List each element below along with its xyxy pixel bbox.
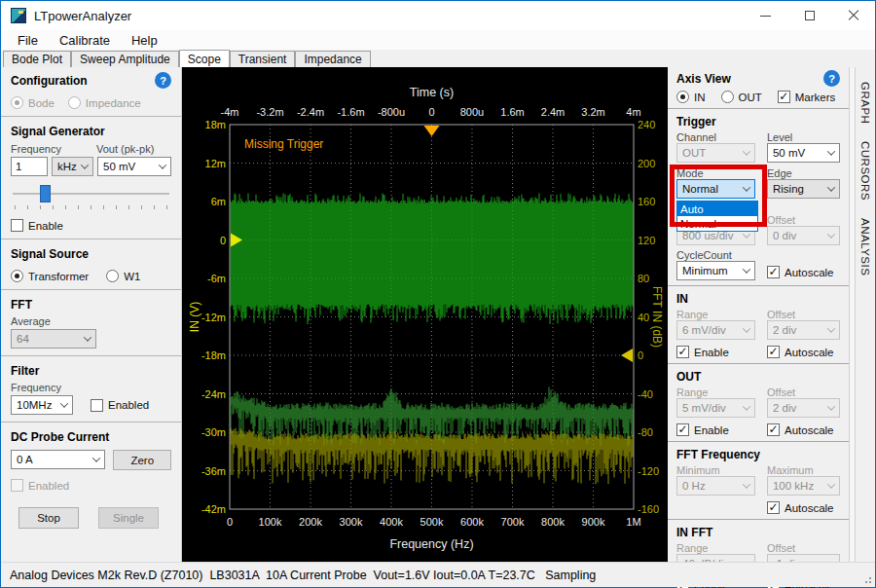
out-offset-dropdown: 2 div [767, 398, 840, 418]
trigger-edge-dropdown[interactable]: Rising [767, 179, 840, 199]
svg-text:900k: 900k [582, 516, 605, 528]
signal-generator-section: Signal Generator Frequency Vout (pk-pk) … [1, 117, 181, 239]
minimize-icon [760, 16, 771, 17]
slider-thumb[interactable] [40, 185, 51, 202]
svg-text:40: 40 [638, 312, 649, 323]
vout-dropdown[interactable]: 50 mV [97, 157, 171, 176]
side-tab-graph[interactable]: GRAPH [859, 73, 871, 132]
filter-title: Filter [11, 364, 39, 378]
in-enable-label: Enable [694, 347, 729, 358]
filter-section: Filter Frequency 10MHz Enabled [1, 356, 181, 423]
out-enable-checkbox[interactable] [676, 423, 689, 436]
svg-text:160: 160 [638, 196, 655, 207]
trigger-channel-dropdown: OUT [676, 143, 755, 163]
w1-radio[interactable] [106, 270, 119, 282]
axis-in-radio[interactable] [676, 91, 689, 103]
filter-frequency-dropdown[interactable]: 10MHz [11, 395, 73, 415]
svg-text:Time (s): Time (s) [410, 86, 454, 99]
axis-out-radio[interactable] [721, 91, 734, 103]
fft-title: FFT [11, 298, 32, 312]
side-tab-cursors[interactable]: CURSORS [859, 132, 871, 209]
tab-transient[interactable]: Transient [230, 51, 296, 67]
tab-sweep-amplitude[interactable]: Sweep Amplitude [71, 51, 179, 67]
frequency-input[interactable]: 1 [11, 157, 48, 176]
maximize-icon [805, 11, 815, 20]
menu-help[interactable]: Help [121, 31, 168, 50]
tab-impedance[interactable]: Impedance [295, 51, 370, 67]
fft-frequency-autoscale-checkbox[interactable] [767, 501, 780, 514]
average-dropdown[interactable]: 64 [11, 329, 96, 349]
trigger-mode-dropdown[interactable]: Normal [676, 179, 755, 199]
svg-text:Frequency (Hz): Frequency (Hz) [389, 537, 473, 551]
close-button[interactable] [831, 1, 875, 30]
frequency-slider[interactable] [13, 184, 169, 203]
maximize-button[interactable] [787, 1, 831, 30]
out-offset-label: Offset [767, 386, 840, 398]
tab-scope[interactable]: Scope [179, 50, 230, 67]
axis-out-label: OUT [739, 92, 762, 103]
vertical-scrollbar[interactable] [849, 67, 856, 563]
menu-file[interactable]: File [7, 31, 49, 50]
svg-text:0: 0 [428, 106, 434, 118]
svg-text:-4m: -4m [221, 106, 239, 118]
svg-text:-2.4m: -2.4m [297, 106, 324, 118]
out-section: OUT Range 5 mV/div Offset 2 div Enable [668, 364, 849, 442]
scope-plot-area: Time (s)Frequency (Hz)IN (V)FFT IN (dB)-… [182, 67, 668, 563]
help-icon[interactable] [823, 70, 840, 87]
chevron-down-icon [84, 333, 91, 341]
axis-in-label: IN [694, 92, 706, 103]
cyclecount-dropdown[interactable]: Minimum [676, 261, 755, 280]
transformer-radio[interactable] [11, 270, 23, 282]
stop-button[interactable]: Stop [18, 507, 79, 529]
svg-text:6m: 6m [211, 196, 226, 207]
impedance-radio[interactable] [68, 96, 81, 109]
edge-label: Edge [767, 167, 840, 179]
zero-button[interactable]: Zero [113, 450, 171, 470]
minimize-button[interactable] [744, 1, 787, 30]
in-title: IN [676, 292, 688, 306]
frequency-unit-dropdown[interactable]: kHz [52, 157, 93, 176]
tab-bode-plot[interactable]: Bode Plot [3, 51, 71, 67]
chevron-down-icon [743, 480, 750, 488]
dc-probe-dropdown[interactable]: 0 A [11, 450, 105, 469]
time-autoscale-checkbox[interactable] [767, 266, 780, 278]
out-autoscale-checkbox[interactable] [767, 423, 780, 436]
configuration-section: Configuration Bode Impedance [1, 67, 181, 117]
svg-text:0: 0 [638, 349, 643, 361]
chevron-down-icon [743, 265, 750, 273]
chevron-down-icon [827, 324, 835, 332]
resize-grip-icon[interactable] [862, 574, 872, 584]
menu-calibrate[interactable]: Calibrate [49, 31, 121, 50]
time-offset-dropdown: 0 div [767, 226, 840, 245]
markers-checkbox[interactable] [778, 91, 790, 103]
enable-checkbox[interactable] [11, 219, 23, 232]
single-button: Single [98, 507, 159, 529]
enable-checkbox-label: Enable [28, 220, 63, 232]
chevron-down-icon [159, 161, 166, 168]
bode-radio[interactable] [11, 96, 23, 109]
fft-maximum-dropdown: 100 kHz [767, 476, 840, 496]
impedance-radio-label: Impedance [86, 97, 141, 109]
level-label: Level [767, 131, 840, 143]
help-icon[interactable] [155, 72, 171, 89]
menu-bar: File Calibrate Help [1, 30, 875, 50]
svg-text:200k: 200k [299, 516, 322, 528]
status-bar: Analog Devices M2k Rev.D (Z7010) LB3031A… [1, 562, 875, 587]
filter-enabled-checkbox[interactable] [91, 399, 103, 412]
mode-option-normal[interactable]: Normal [677, 216, 757, 231]
slider-track [13, 193, 169, 195]
svg-text:0: 0 [227, 516, 233, 528]
in-autoscale-checkbox[interactable] [767, 346, 780, 358]
fft-section: FFT Average 64 [1, 290, 181, 356]
trigger-level-dropdown[interactable]: 50 mV [767, 143, 840, 163]
axis-view-section: Axis View IN OUT Markers [668, 67, 849, 109]
tab-strip: Bode Plot Sweep Amplitude Scope Transien… [1, 50, 875, 67]
signal-source-section: Signal Source Transformer W1 [1, 239, 181, 290]
mode-option-auto[interactable]: Auto [677, 202, 757, 216]
in-enable-checkbox[interactable] [676, 346, 689, 358]
chevron-down-icon [827, 183, 835, 191]
chevron-down-icon [827, 480, 835, 488]
svg-text:2.4m: 2.4m [541, 106, 565, 118]
side-tab-analysis[interactable]: ANALYSIS [859, 209, 871, 284]
svg-text:FFT IN (dB): FFT IN (dB) [650, 286, 664, 348]
